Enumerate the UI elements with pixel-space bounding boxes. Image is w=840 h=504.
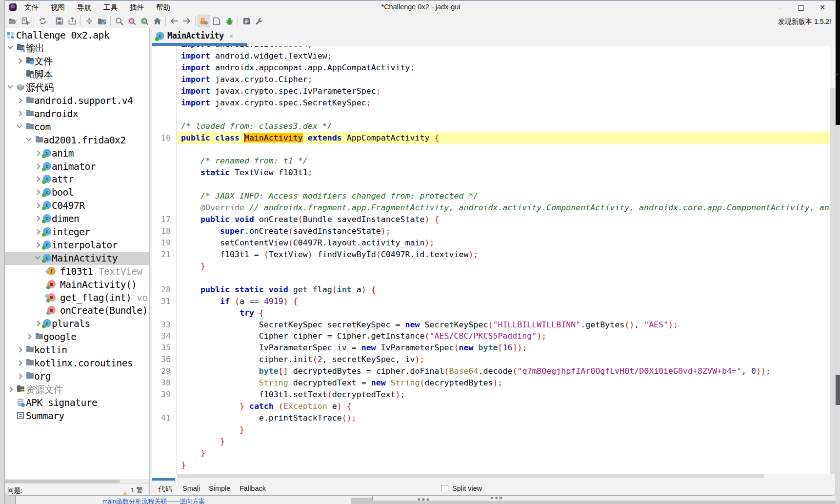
forward-icon[interactable]: [180, 15, 193, 27]
main-activity-icon[interactable]: [151, 15, 163, 27]
chevron-right-icon[interactable]: [35, 242, 40, 247]
tree-item-kotlinx-coroutines[interactable]: kotlinx.coroutines: [5, 357, 149, 370]
chevron-down-icon[interactable]: [7, 44, 13, 49]
bottom-tab-smali[interactable]: Smali: [182, 484, 200, 492]
tree-item-integer[interactable]: cinteger: [5, 225, 149, 239]
text-search-icon[interactable]: [125, 15, 138, 27]
chevron-down-icon[interactable]: [7, 83, 13, 88]
scrollbar-thumb[interactable]: [177, 474, 764, 478]
tree-item--[interactable]: 脚本: [5, 68, 149, 81]
open-file-icon[interactable]: [6, 15, 19, 27]
tree-item-get-flag-int-[interactable]: mget_flag(int) void: [5, 291, 149, 304]
chevron-right-icon[interactable]: [17, 373, 22, 379]
tree-item-kotlin[interactable]: kotlin: [5, 343, 149, 357]
inline-icon[interactable]: [210, 15, 223, 27]
reload-icon[interactable]: [36, 15, 49, 27]
chevron-right-icon[interactable]: [17, 111, 22, 116]
tree-item-androidx[interactable]: androidx: [5, 107, 149, 121]
chevron-right-icon[interactable]: [17, 360, 22, 365]
tree-item--[interactable]: 源代码: [5, 81, 149, 94]
preferences-icon[interactable]: [253, 15, 265, 27]
chevron-right-icon[interactable]: [17, 59, 22, 64]
class-search-icon[interactable]: [138, 15, 151, 27]
tree-item-f103t1[interactable]: ff103t1 TextView: [5, 265, 149, 278]
chevron-right-icon[interactable]: [35, 177, 40, 182]
tree-item-google[interactable]: google: [5, 330, 149, 343]
add-files-icon[interactable]: [19, 15, 32, 27]
editor-horizontal-scrollbar[interactable]: [177, 474, 830, 478]
tree-item-label: interpolator: [52, 239, 118, 252]
tree-item-anim[interactable]: canim: [5, 147, 149, 160]
tree-item-android-support-v4[interactable]: android.support.v4: [5, 94, 149, 107]
maximize-button[interactable]: □: [790, 1, 812, 13]
minimize-button[interactable]: –: [769, 1, 790, 13]
tab-mainactivity[interactable]: c MainActivity ×: [153, 28, 238, 43]
chevron-right-icon[interactable]: [35, 229, 40, 234]
tree-horizontal-scrollbar[interactable]: [5, 479, 149, 484]
tree-item-summary[interactable]: Summary: [5, 409, 149, 423]
tree-item-label: 源代码: [26, 81, 54, 94]
log-icon[interactable]: [240, 15, 253, 27]
chevron-right-icon[interactable]: [26, 334, 31, 340]
deobfuscation-icon[interactable]: [198, 15, 210, 27]
tree-item-dimen[interactable]: cdimen: [5, 212, 149, 225]
chevron-right-icon[interactable]: [35, 203, 40, 208]
code-editor[interactable]: 16 17 18 19 21 28 31 33 34 35 36 29 38 3…: [152, 46, 830, 474]
split-view-checkbox[interactable]: [441, 485, 448, 492]
tree-item-label: com: [34, 121, 51, 134]
flat-packages-icon[interactable]: [96, 15, 108, 27]
tree-item-animator[interactable]: canimator: [5, 160, 149, 173]
export-icon[interactable]: [66, 15, 79, 27]
tree-item-challenge-0x2-apk[interactable]: Challenge 0x2.apk: [5, 29, 149, 42]
background-link[interactable]: main函数分析流程关联——逆向方案: [102, 497, 205, 504]
bottom-tab-underline: [152, 478, 175, 481]
tree-item-org[interactable]: org: [5, 370, 149, 383]
chevron-right-icon[interactable]: [35, 216, 40, 221]
close-button[interactable]: ✕: [812, 1, 833, 13]
tree-item-bool[interactable]: cbool: [5, 186, 149, 199]
update-notice-link[interactable]: 发现新版本 1.5.2!: [778, 18, 831, 26]
tree-item-plurals[interactable]: cplurals: [5, 317, 149, 330]
bottom-tab-fallback[interactable]: Fallback: [240, 484, 266, 492]
tab-close-icon[interactable]: ×: [229, 32, 234, 40]
bottom-tab-simple[interactable]: Simple: [209, 484, 230, 492]
chevron-right-icon[interactable]: [17, 347, 22, 352]
save-all-icon[interactable]: [53, 15, 66, 27]
tree-item-c0497r[interactable]: cC0497R: [5, 199, 149, 212]
tree-item-mainactivity-[interactable]: mMainActivity(): [5, 278, 149, 291]
chevron-right-icon[interactable]: [35, 150, 40, 156]
chevron-right-icon[interactable]: [35, 190, 40, 195]
sync-icon[interactable]: [83, 15, 96, 27]
tree-item--[interactable]: 输出: [5, 41, 149, 55]
status-bar: 问题: 1 警告: [5, 484, 149, 496]
tree-item--[interactable]: 文件: [5, 55, 149, 68]
tree-item-ad2001-frida0x2[interactable]: ad2001.frida0x2: [5, 134, 149, 147]
back-icon[interactable]: [168, 15, 180, 27]
tree-item-com[interactable]: com: [5, 121, 149, 134]
tree-item--[interactable]: 资源文件: [5, 383, 149, 396]
editor-vertical-scrollbar[interactable]: [830, 46, 836, 474]
chevron-down-icon[interactable]: [26, 136, 31, 141]
tree-item-oncreate-bundle-[interactable]: monCreate(Bundle) void: [5, 304, 149, 317]
toolbar-separator: [34, 16, 34, 26]
warning-status[interactable]: 1 警告: [121, 486, 149, 496]
debugger-icon[interactable]: [223, 15, 236, 27]
method-icon: m: [47, 280, 56, 289]
search-icon[interactable]: [113, 15, 125, 27]
scrollbar-thumb[interactable]: [830, 88, 836, 474]
chevron-right-icon[interactable]: [7, 386, 13, 392]
chevron-right-icon[interactable]: [17, 98, 22, 103]
chevron-down-icon[interactable]: [17, 122, 22, 128]
method-static-icon: m: [47, 293, 56, 302]
chevron-down-icon[interactable]: [35, 254, 40, 259]
chevron-right-icon[interactable]: [35, 321, 40, 326]
tree-item-interpolator[interactable]: cinterpolator: [5, 239, 149, 252]
tree-item-label: animator: [52, 161, 96, 173]
tree-item-apk-signature[interactable]: APK signature: [5, 396, 149, 409]
chevron-right-icon[interactable]: [35, 163, 40, 169]
tree-item-mainactivity[interactable]: cMainActivity: [5, 252, 149, 265]
bottom-tab-code[interactable]: 代码: [158, 484, 172, 494]
tree-item-attr[interactable]: cattr: [5, 173, 149, 186]
tree-item-label: dimen: [52, 213, 79, 225]
scrollbar-thumb[interactable]: [5, 480, 120, 483]
